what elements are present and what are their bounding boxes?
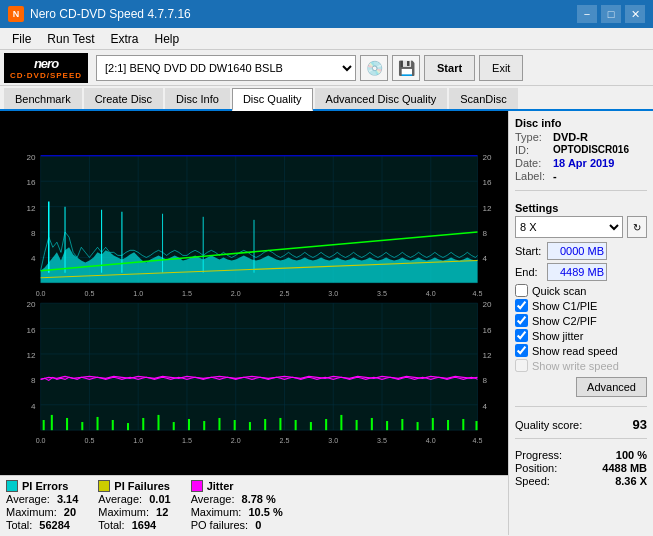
pi-errors-avg-label: Average: (6, 493, 50, 505)
svg-rect-95 (340, 415, 342, 430)
pi-failures-header: PI Failures (98, 480, 170, 492)
maximize-button[interactable]: □ (601, 5, 621, 23)
svg-text:4.5: 4.5 (473, 290, 483, 298)
svg-text:16: 16 (483, 178, 493, 187)
save-button[interactable]: 💾 (392, 55, 420, 81)
show-c1-pie-checkbox[interactable] (515, 299, 528, 312)
show-c2-pif-checkbox[interactable] (515, 314, 528, 327)
charts-svg: 20 16 12 8 4 20 16 12 8 4 (0, 111, 508, 475)
charts-container: 20 16 12 8 4 20 16 12 8 4 (0, 111, 508, 475)
show-jitter-checkbox[interactable] (515, 329, 528, 342)
menubar: File Run Test Extra Help (0, 28, 653, 50)
speed-row: Speed: 8.36 X (515, 475, 647, 487)
quick-scan-checkbox[interactable] (515, 284, 528, 297)
disc-type-row: Type: DVD-R (515, 131, 647, 143)
advanced-button[interactable]: Advanced (576, 377, 647, 397)
pi-errors-color (6, 480, 18, 492)
app-icon: N (8, 6, 24, 22)
jitter-max-value: 10.5 % (248, 506, 282, 518)
jitter-avg: Average: 8.78 % (191, 493, 283, 505)
progress-row: Progress: 100 % (515, 449, 647, 461)
show-write-speed-checkbox[interactable] (515, 359, 528, 372)
eject-button[interactable]: 💿 (360, 55, 388, 81)
svg-rect-84 (173, 422, 175, 430)
minimize-button[interactable]: − (577, 5, 597, 23)
titlebar: N Nero CD-DVD Speed 4.7.7.16 − □ ✕ (0, 0, 653, 28)
menu-runtest[interactable]: Run Test (39, 30, 102, 48)
svg-rect-99 (401, 419, 403, 430)
svg-rect-82 (142, 418, 144, 430)
svg-rect-100 (417, 422, 419, 430)
start-button[interactable]: Start (424, 55, 475, 81)
show-c1-pie-row[interactable]: Show C1/PIE (515, 299, 647, 312)
exit-button[interactable]: Exit (479, 55, 523, 81)
tab-scandisc[interactable]: ScanDisc (449, 88, 517, 109)
show-jitter-row[interactable]: Show jitter (515, 329, 647, 342)
speed-refresh-button[interactable]: ↻ (627, 216, 647, 238)
jitter-po-value: 0 (255, 519, 261, 531)
show-c2-pif-label: Show C2/PIF (532, 315, 597, 327)
quality-score-value: 93 (633, 417, 647, 432)
end-input[interactable] (547, 263, 607, 281)
quick-scan-row[interactable]: Quick scan (515, 284, 647, 297)
jitter-color (191, 480, 203, 492)
toolbar: nero CD·DVD/SPEED [2:1] BENQ DVD DD DW16… (0, 50, 653, 86)
disc-label-label: Label: (515, 170, 553, 182)
svg-text:8: 8 (483, 229, 488, 238)
pi-errors-avg: Average: 3.14 (6, 493, 78, 505)
show-read-speed-checkbox[interactable] (515, 344, 528, 357)
svg-text:12: 12 (483, 204, 493, 213)
svg-rect-78 (81, 422, 83, 430)
pi-failures-max: Maximum: 12 (98, 506, 170, 518)
pi-errors-max: Maximum: 20 (6, 506, 78, 518)
svg-text:20: 20 (483, 300, 493, 309)
jitter-max-label: Maximum: (191, 506, 242, 518)
svg-rect-79 (97, 417, 99, 430)
svg-rect-89 (249, 422, 251, 430)
menu-help[interactable]: Help (147, 30, 188, 48)
menu-file[interactable]: File (4, 30, 39, 48)
tab-disc-info[interactable]: Disc Info (165, 88, 230, 109)
tab-create-disc[interactable]: Create Disc (84, 88, 163, 109)
svg-text:16: 16 (483, 326, 493, 335)
svg-rect-98 (386, 421, 388, 430)
start-label: Start: (515, 245, 543, 257)
start-input[interactable] (547, 242, 607, 260)
svg-text:12: 12 (27, 204, 37, 213)
pi-failures-avg: Average: 0.01 (98, 493, 170, 505)
show-read-speed-row[interactable]: Show read speed (515, 344, 647, 357)
quality-score-row: Quality score: 93 (515, 417, 647, 432)
menu-extra[interactable]: Extra (102, 30, 146, 48)
svg-text:3.0: 3.0 (328, 437, 338, 445)
svg-text:1.5: 1.5 (182, 437, 192, 445)
svg-rect-96 (356, 420, 358, 430)
start-mb-row: Start: (515, 242, 647, 260)
tab-benchmark[interactable]: Benchmark (4, 88, 82, 109)
tab-advanced-disc-quality[interactable]: Advanced Disc Quality (315, 88, 448, 109)
show-c2-pif-row[interactable]: Show C2/PIF (515, 314, 647, 327)
close-button[interactable]: ✕ (625, 5, 645, 23)
disc-id-row: ID: OPTODISCR016 (515, 144, 647, 156)
svg-text:8: 8 (31, 376, 36, 385)
disc-label-row: Label: - (515, 170, 647, 182)
svg-rect-102 (447, 420, 449, 430)
speed-select[interactable]: 8 X (515, 216, 623, 238)
svg-text:4: 4 (31, 402, 36, 411)
svg-text:0.0: 0.0 (36, 437, 46, 445)
speed-value: 8.36 X (615, 475, 647, 487)
svg-text:1.0: 1.0 (133, 437, 143, 445)
titlebar-controls[interactable]: − □ ✕ (577, 5, 645, 23)
end-label: End: (515, 266, 543, 278)
svg-text:4: 4 (31, 255, 36, 264)
show-write-speed-row: Show write speed (515, 359, 647, 372)
stats-bar: PI Errors Average: 3.14 Maximum: 20 Tota… (0, 475, 508, 535)
svg-text:12: 12 (27, 351, 37, 360)
drive-select[interactable]: [2:1] BENQ DVD DD DW1640 BSLB (96, 55, 356, 81)
tab-disc-quality[interactable]: Disc Quality (232, 88, 313, 111)
show-read-speed-label: Show read speed (532, 345, 618, 357)
pi-failures-stat: PI Failures Average: 0.01 Maximum: 12 To… (98, 480, 170, 531)
settings-section: Settings 8 X ↻ Start: End: Quick scan (515, 202, 647, 400)
disc-id-value: OPTODISCR016 (553, 144, 629, 156)
svg-text:4.0: 4.0 (426, 437, 436, 445)
svg-text:20: 20 (27, 300, 37, 309)
